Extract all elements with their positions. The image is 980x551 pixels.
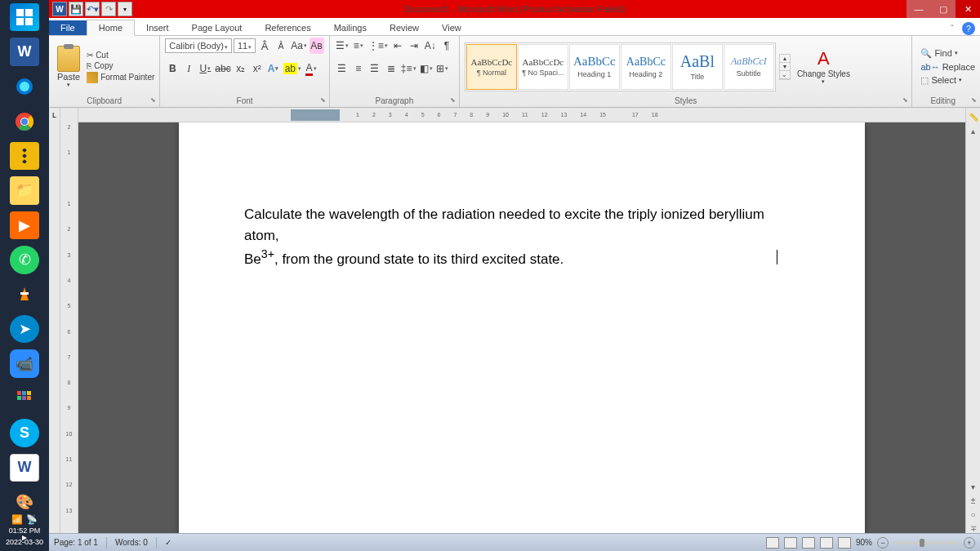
align-right-button[interactable]: ☰ bbox=[368, 60, 382, 77]
find-button[interactable]: 🔍Find ▾ bbox=[920, 48, 975, 59]
vertical-ruler[interactable]: 2112345678910111213 bbox=[60, 108, 78, 533]
align-left-button[interactable]: ☰ bbox=[335, 60, 350, 77]
format-painter-button[interactable]: Format Painter bbox=[87, 72, 154, 83]
media-player-icon[interactable]: ▶ bbox=[10, 211, 39, 239]
increase-indent-button[interactable]: ⇥ bbox=[407, 38, 421, 54]
show-marks-button[interactable]: ¶ bbox=[439, 38, 454, 54]
shrink-font-button[interactable]: Â bbox=[274, 38, 288, 54]
close-button[interactable]: ✕ bbox=[956, 0, 980, 18]
browse-object-icon[interactable]: ○ bbox=[970, 510, 975, 519]
fullscreen-view[interactable] bbox=[784, 537, 797, 549]
tab-review[interactable]: Review bbox=[378, 20, 430, 35]
zoom-level[interactable]: 90% bbox=[856, 538, 872, 547]
scroll-up-icon[interactable]: ▴ bbox=[971, 127, 975, 136]
word-count[interactable]: Words: 0 bbox=[115, 538, 148, 547]
strikethrough-button[interactable]: abc bbox=[214, 60, 231, 77]
maximize-button[interactable]: ▢ bbox=[931, 0, 956, 18]
taskbar-clock[interactable]: 📶 📡 01:52 PM 2022-03-30 bbox=[0, 514, 49, 551]
outline-view[interactable] bbox=[820, 537, 833, 549]
paint-icon[interactable]: 🎨 bbox=[10, 488, 39, 516]
highlight-button[interactable]: ab bbox=[283, 60, 302, 77]
replace-button[interactable]: ab↔Replace bbox=[920, 62, 975, 72]
align-center-button[interactable]: ≡ bbox=[351, 60, 366, 77]
tab-view[interactable]: View bbox=[430, 20, 473, 35]
tab-references[interactable]: References bbox=[253, 20, 322, 35]
borders-button[interactable]: ⊞ bbox=[435, 60, 450, 77]
network-icon[interactable]: 📶 📡 bbox=[11, 514, 37, 525]
skype-icon[interactable]: S bbox=[10, 419, 39, 447]
bold-button[interactable]: B bbox=[165, 60, 180, 77]
vlc-icon[interactable] bbox=[10, 281, 39, 309]
binance-icon[interactable] bbox=[10, 142, 39, 170]
zoom-out-button[interactable]: − bbox=[877, 537, 889, 549]
tab-insert[interactable]: Insert bbox=[135, 20, 180, 35]
superscript-button[interactable]: x² bbox=[250, 60, 265, 77]
subscript-button[interactable]: x₂ bbox=[234, 60, 248, 77]
tab-mailings[interactable]: Mailings bbox=[323, 20, 378, 35]
next-page-icon[interactable]: ∓ bbox=[970, 524, 977, 533]
redo-icon[interactable]: ↷ bbox=[101, 2, 116, 16]
copy-button[interactable]: ⎘Copy bbox=[87, 61, 154, 70]
style-item-0[interactable]: AaBbCcDc¶ Normal bbox=[466, 44, 517, 90]
tab-selector[interactable]: L bbox=[49, 108, 60, 533]
minimize-button[interactable]: — bbox=[906, 0, 931, 18]
ruler-toggle-icon[interactable]: 📏 bbox=[969, 113, 978, 122]
tab-page-layout[interactable]: Page Layout bbox=[180, 20, 254, 35]
cut-button[interactable]: ✂Cut bbox=[87, 51, 154, 60]
print-layout-view[interactable] bbox=[766, 537, 779, 549]
font-name-combo[interactable]: Calibri (Body) bbox=[165, 38, 232, 53]
whatsapp-icon[interactable]: ✆ bbox=[10, 246, 39, 273]
styles-scroll-up[interactable]: ▴ bbox=[780, 55, 790, 63]
clear-formatting-button[interactable]: Aʙ bbox=[310, 38, 324, 54]
zoom-icon[interactable]: 📹 bbox=[10, 349, 39, 377]
zoom-slider[interactable] bbox=[893, 541, 959, 544]
undo-icon[interactable]: ↶▾ bbox=[85, 2, 100, 16]
scroll-down-icon[interactable]: ▾ bbox=[971, 482, 975, 491]
change-styles-button[interactable]: A Change Styles ▾ bbox=[794, 47, 853, 87]
document-page[interactable]: Calculate the wavelength of the radiatio… bbox=[179, 122, 865, 533]
multilevel-list-button[interactable]: ⋮≡ bbox=[368, 38, 389, 54]
style-item-1[interactable]: AaBbCcDc¶ No Spaci... bbox=[518, 44, 568, 90]
app-grid-icon[interactable] bbox=[10, 384, 39, 412]
sort-button[interactable]: A↓ bbox=[423, 38, 438, 54]
spell-check-icon[interactable]: ✓ bbox=[165, 538, 172, 547]
edge-icon[interactable] bbox=[10, 73, 39, 100]
horizontal-ruler[interactable]: 1234567891011121314151718 bbox=[78, 108, 965, 122]
italic-button[interactable]: I bbox=[181, 60, 196, 77]
decrease-indent-button[interactable]: ⇤ bbox=[390, 38, 405, 54]
text-effects-button[interactable]: A bbox=[266, 60, 281, 77]
chrome-icon[interactable] bbox=[10, 107, 39, 135]
style-item-2[interactable]: AaBbCcHeading 1 bbox=[569, 44, 620, 90]
style-item-4[interactable]: AaBlTitle bbox=[672, 44, 723, 90]
web-layout-view[interactable] bbox=[802, 537, 815, 549]
telegram-icon[interactable]: ➤ bbox=[10, 315, 39, 343]
qat-customize-icon[interactable]: ▾ bbox=[118, 2, 132, 16]
word-icon[interactable]: W bbox=[10, 38, 39, 65]
save-icon[interactable]: 💾 bbox=[69, 2, 83, 16]
zoom-in-button[interactable]: + bbox=[964, 537, 975, 549]
help-icon[interactable]: ? bbox=[962, 22, 975, 35]
file-tab[interactable]: File bbox=[49, 20, 87, 35]
justify-button[interactable]: ≣ bbox=[384, 60, 399, 77]
font-size-combo[interactable]: 11 bbox=[234, 38, 256, 53]
word-app-icon[interactable]: W bbox=[10, 454, 39, 482]
tab-home[interactable]: Home bbox=[87, 20, 135, 36]
prev-page-icon[interactable]: ± bbox=[971, 496, 976, 505]
shading-button[interactable]: ◧ bbox=[419, 60, 434, 77]
styles-scroll-down[interactable]: ▾ bbox=[780, 63, 790, 71]
grow-font-button[interactable]: Â bbox=[257, 38, 272, 54]
page-indicator[interactable]: Page: 1 of 1 bbox=[54, 538, 98, 547]
style-item-5[interactable]: AaBbCcISubtitle bbox=[724, 44, 774, 90]
word-logo-icon[interactable]: W bbox=[52, 2, 67, 16]
styles-expand[interactable]: ⌄ bbox=[780, 71, 790, 79]
bullets-button[interactable]: ☰ bbox=[335, 38, 350, 54]
start-button[interactable] bbox=[10, 3, 39, 31]
file-explorer-icon[interactable]: 📁 bbox=[10, 176, 39, 204]
collapse-ribbon-icon[interactable]: ˆ bbox=[946, 22, 959, 35]
line-spacing-button[interactable]: ‡≡ bbox=[400, 60, 417, 77]
style-item-3[interactable]: AaBbCcHeading 2 bbox=[621, 44, 671, 90]
underline-button[interactable]: U bbox=[198, 60, 212, 77]
numbering-button[interactable]: ≡ bbox=[351, 38, 366, 54]
page-scroll[interactable]: Calculate the wavelength of the radiatio… bbox=[78, 122, 965, 533]
font-color-button[interactable]: A bbox=[304, 60, 318, 77]
